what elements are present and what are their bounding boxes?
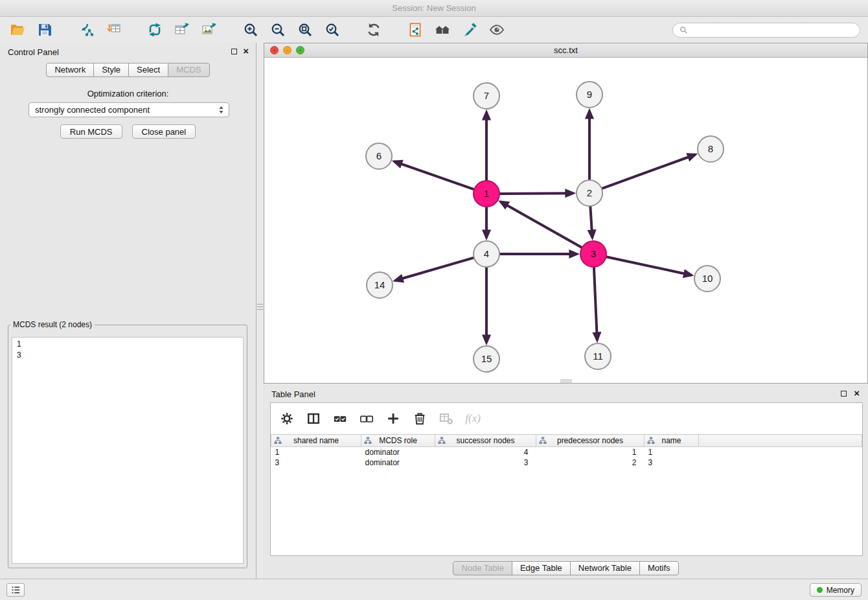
import-network-icon[interactable]: [76, 20, 96, 40]
cell-MCDS-role[interactable]: dominator: [361, 457, 435, 468]
save-session-icon[interactable]: [35, 20, 54, 40]
close-panel-button[interactable]: Close panel: [132, 124, 196, 139]
optimization-criterion-label: Optimization criterion:: [0, 89, 256, 98]
dropdown-selected-value: strongly connected component: [35, 105, 218, 115]
cell-predecessor-nodes[interactable]: 1: [536, 447, 645, 457]
table-row[interactable]: 1dominator411: [271, 447, 862, 457]
export-table-icon[interactable]: [172, 20, 192, 40]
column-header-shared-name[interactable]: shared name: [271, 435, 361, 447]
graph-node-1[interactable]: 1: [474, 181, 499, 207]
tab-node-table[interactable]: Node Table: [453, 561, 512, 575]
tab-edge-table[interactable]: Edge Table: [512, 561, 571, 575]
tab-network-table[interactable]: Network Table: [570, 561, 640, 575]
column-sort-icon[interactable]: [438, 437, 446, 444]
control-panel-tabs: NetworkStyleSelectMCDS: [0, 63, 256, 77]
optimization-dropdown[interactable]: strongly connected component: [29, 102, 229, 117]
control-panel-close-icon[interactable]: ×: [243, 46, 249, 56]
cell-shared-name[interactable]: 1: [271, 447, 361, 457]
select-all-icon[interactable]: [332, 410, 348, 427]
column-header-name[interactable]: name: [645, 435, 699, 447]
table-panel-close-icon[interactable]: ×: [854, 388, 860, 398]
tab-network[interactable]: Network: [46, 63, 94, 77]
control-panel-float-icon[interactable]: [231, 49, 237, 54]
style-brush-icon[interactable]: [460, 20, 479, 40]
network-canvas[interactable]: 7968124314101511: [264, 58, 867, 383]
table-toolbar: f(x): [271, 403, 862, 434]
zoom-out-icon[interactable]: [268, 20, 288, 40]
window-resize-handle[interactable]: [560, 380, 572, 382]
maximize-window-icon[interactable]: +: [296, 46, 304, 54]
edge-3-to-10[interactable]: [606, 257, 692, 275]
column-header-successor-nodes[interactable]: successor nodes: [435, 435, 536, 447]
double-house-icon[interactable]: [433, 20, 452, 40]
open-session-icon[interactable]: [8, 20, 27, 40]
tab-select[interactable]: Select: [128, 63, 168, 77]
memory-button[interactable]: Memory: [810, 583, 862, 597]
graph-node-9[interactable]: 9: [577, 82, 602, 108]
import-table-icon[interactable]: [104, 20, 123, 40]
svg-text:2: 2: [587, 187, 592, 198]
edge-2-to-8[interactable]: [602, 155, 696, 189]
cell-shared-name[interactable]: 3: [271, 457, 361, 468]
graph-node-15[interactable]: 15: [474, 346, 499, 372]
panel-splitter-handle[interactable]: [257, 299, 263, 314]
eye-icon[interactable]: [487, 20, 507, 40]
cell-successor-nodes[interactable]: 3: [435, 457, 536, 468]
graph-node-11[interactable]: 11: [585, 343, 611, 369]
task-history-button[interactable]: [6, 583, 25, 597]
cell-filler: [699, 457, 862, 468]
zoom-fit-icon[interactable]: [295, 20, 315, 40]
column-sort-icon[interactable]: [364, 437, 372, 444]
cell-name[interactable]: 3: [645, 457, 699, 468]
table-body: 1dominator4113dominator323: [271, 447, 862, 468]
graph-node-4[interactable]: 4: [474, 241, 499, 267]
cell-MCDS-role[interactable]: dominator: [361, 447, 435, 457]
graph-node-10[interactable]: 10: [694, 266, 720, 292]
column-sort-icon[interactable]: [274, 437, 282, 444]
tab-style[interactable]: Style: [93, 63, 129, 77]
column-sort-icon[interactable]: [539, 437, 547, 444]
search-input[interactable]: [692, 25, 854, 35]
column-layout-icon[interactable]: [305, 410, 322, 427]
table-panel-float-icon[interactable]: [841, 391, 847, 397]
edge-2-to-3[interactable]: [590, 206, 592, 238]
tab-mcds[interactable]: MCDS: [168, 63, 209, 77]
document-network-icon[interactable]: [405, 20, 425, 40]
graph-node-3[interactable]: 3: [580, 241, 606, 267]
run-mcds-button[interactable]: Run MCDS: [60, 124, 122, 139]
graph-node-2[interactable]: 2: [577, 180, 602, 206]
close-window-icon[interactable]: ×: [270, 46, 279, 54]
tab-motifs[interactable]: Motifs: [639, 561, 679, 575]
refresh-layout-icon[interactable]: [364, 20, 383, 40]
delete-row-icon[interactable]: [411, 410, 428, 427]
zoom-selected-icon[interactable]: [323, 20, 342, 40]
cell-successor-nodes[interactable]: 4: [435, 447, 536, 457]
column-header-predecessor-nodes[interactable]: predecessor nodes: [536, 435, 645, 447]
column-sort-icon[interactable]: [647, 437, 655, 444]
graph-node-8[interactable]: 8: [698, 136, 724, 162]
edge-4-to-14[interactable]: [395, 258, 474, 281]
search-icon: [679, 25, 689, 35]
cell-name[interactable]: 1: [645, 447, 699, 457]
edge-3-to-11[interactable]: [594, 267, 597, 340]
graph-node-14[interactable]: 14: [367, 272, 393, 298]
graph-node-7[interactable]: 7: [474, 83, 499, 109]
table-row[interactable]: 3dominator323: [271, 457, 862, 468]
edge-3-to-1[interactable]: [501, 202, 582, 248]
export-image-icon[interactable]: [200, 20, 219, 40]
add-row-icon[interactable]: [385, 410, 402, 427]
mcds-result-text[interactable]: 1 3: [12, 337, 244, 564]
zoom-in-icon[interactable]: [241, 20, 260, 40]
column-header-MCDS-role[interactable]: MCDS role: [361, 435, 435, 447]
edge-1-to-2[interactable]: [499, 193, 573, 194]
table-settings-gear-icon[interactable]: [279, 410, 295, 427]
deselect-all-icon[interactable]: [358, 410, 375, 427]
graph-node-6[interactable]: 6: [366, 143, 392, 169]
minimize-window-icon[interactable]: −: [283, 46, 291, 54]
edge-1-to-6[interactable]: [394, 161, 475, 189]
cell-predecessor-nodes[interactable]: 2: [536, 457, 645, 468]
network-window: × − + scc.txt 7968124314101511: [264, 43, 868, 384]
search-box[interactable]: [672, 23, 860, 38]
export-network-icon[interactable]: [145, 20, 165, 40]
network-window-titlebar[interactable]: × − + scc.txt: [264, 43, 867, 58]
